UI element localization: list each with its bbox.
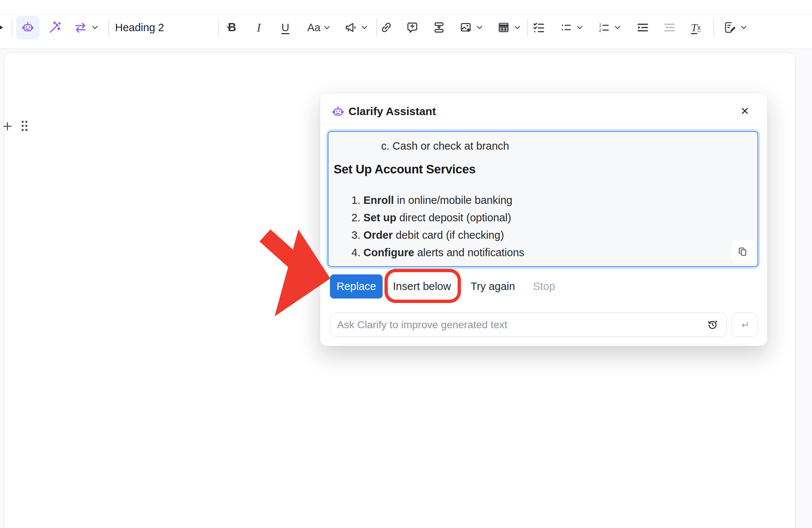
numbered-list-icon: 1 2 <box>597 20 611 35</box>
drag-handle-icon <box>20 120 29 132</box>
link-icon <box>379 20 393 35</box>
assistant-title: Clarify Assistant <box>348 105 436 118</box>
swap-style-dropdown[interactable] <box>73 20 98 35</box>
numbered-list-dropdown[interactable]: 1 2 <box>597 20 621 35</box>
ai-assistant-button[interactable] <box>16 16 40 39</box>
robot-icon <box>331 104 346 119</box>
history-sparkle-icon <box>706 318 719 332</box>
swap-arrows-icon <box>73 20 88 35</box>
insert-table-dropdown[interactable] <box>497 20 520 35</box>
clear-formatting-button[interactable]: Tx <box>691 21 701 34</box>
table-icon <box>497 20 511 35</box>
outdent-icon <box>662 20 677 35</box>
replace-button[interactable]: Replace <box>330 274 383 299</box>
comment-plus-icon <box>405 20 419 35</box>
bulleted-list-icon <box>559 20 573 35</box>
toolbar-divider <box>527 19 528 36</box>
generated-heading: Set Up Account Services <box>334 162 476 176</box>
chevron-down-icon <box>741 26 747 29</box>
toolbar-divider <box>376 19 377 36</box>
try-again-button[interactable]: Try again <box>469 274 517 299</box>
chevron-down-icon <box>361 26 367 29</box>
checklist-icon <box>531 20 546 35</box>
add-block-button[interactable] <box>2 121 13 133</box>
assistant-header-divider <box>320 124 767 124</box>
history-button[interactable] <box>703 316 722 333</box>
italic-button[interactable]: I <box>257 21 261 35</box>
toolbar-divider <box>713 19 714 36</box>
generated-step-4: 4. Configure alerts and notifications <box>351 247 524 259</box>
copy-button[interactable] <box>731 240 754 263</box>
app-window: Heading 2 B I U Aa <box>0 0 812 528</box>
robot-icon <box>20 20 35 35</box>
clarify-assistant-popup: Clarify Assistant ✕ c. Cash or check at … <box>320 93 767 346</box>
stop-button[interactable]: Stop <box>531 274 557 299</box>
compose-template-dropdown[interactable] <box>723 20 747 35</box>
chevron-down-icon <box>514 26 520 29</box>
text-style-dropdown[interactable]: Aa <box>307 22 330 34</box>
generated-line-c: c. Cash or check at branch <box>381 140 509 152</box>
bulleted-list-dropdown[interactable] <box>559 20 583 35</box>
close-icon: ✕ <box>740 105 749 117</box>
indent-icon <box>635 20 650 35</box>
toolbar-divider <box>218 19 219 36</box>
assistant-prompt-input[interactable] <box>330 313 727 337</box>
generated-step-3: 3. Order debit card (if checking) <box>351 229 504 241</box>
bold-button[interactable]: B <box>228 21 236 34</box>
close-button[interactable]: ✕ <box>738 104 752 118</box>
formatting-toolbar: Heading 2 B I U Aa <box>0 0 812 49</box>
image-upload-icon <box>459 20 473 35</box>
magic-wand-icon <box>47 20 62 35</box>
chevron-down-icon <box>477 26 482 29</box>
generated-step-2: 2. Set up direct deposit (optional) <box>351 212 511 224</box>
chevron-down-icon <box>324 26 330 29</box>
chevron-down-icon <box>577 26 583 29</box>
generated-step-1: 1. Enroll in online/mobile banking <box>351 194 513 206</box>
edge-cursor-icon <box>0 24 4 31</box>
insert-image-dropdown[interactable] <box>459 20 482 35</box>
compose-icon <box>723 20 737 35</box>
checklist-button[interactable] <box>531 20 546 35</box>
indent-button[interactable] <box>635 20 650 35</box>
insert-block-button[interactable] <box>432 20 446 35</box>
copy-icon <box>737 246 749 258</box>
submit-prompt-button[interactable] <box>731 313 757 337</box>
insert-comment-button[interactable] <box>405 20 419 35</box>
insert-below-button[interactable]: Insert below <box>389 274 455 299</box>
plus-icon <box>2 121 13 131</box>
magic-wand-button[interactable] <box>47 20 62 35</box>
underline-button[interactable]: U <box>281 21 289 34</box>
svg-text:1: 1 <box>599 23 602 28</box>
paragraph-style-value: Heading 2 <box>115 22 164 34</box>
svg-text:2: 2 <box>599 28 602 33</box>
insert-block-icon <box>432 20 446 35</box>
drag-handle[interactable] <box>20 120 29 134</box>
announce-dropdown[interactable] <box>344 20 367 35</box>
enter-return-icon <box>739 319 750 330</box>
megaphone-icon <box>344 20 358 35</box>
toolbar-divider <box>12 19 12 36</box>
paragraph-style-dropdown[interactable]: Heading 2 <box>115 22 232 34</box>
insert-link-button[interactable] <box>379 20 393 35</box>
generated-text-box: c. Cash or check at branch Set Up Accoun… <box>328 131 758 267</box>
toolbar-divider <box>108 19 109 36</box>
chevron-down-icon <box>615 26 621 29</box>
chevron-down-icon <box>92 26 98 29</box>
toolbar-top-hairline <box>0 14 812 14</box>
outdent-button[interactable] <box>662 20 677 35</box>
